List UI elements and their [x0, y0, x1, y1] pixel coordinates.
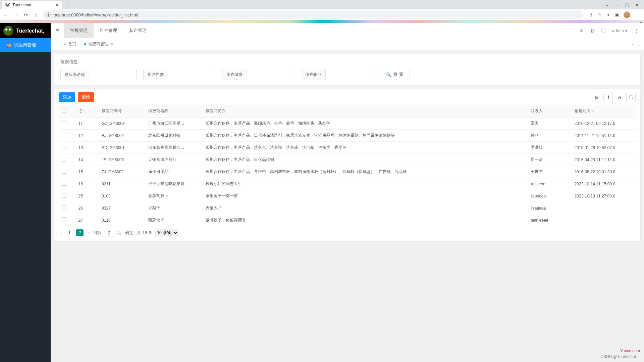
menu-item-other[interactable]: 其它管理	[123, 23, 153, 38]
table-row: 13SD_GYS001山东豪克华光联合…长期合作伙伴，主营产品：洗衣皂、洗衣粉、…	[59, 142, 636, 154]
address-bar[interactable]: ⓘ localhost:8080/hello#//web/provider_li…	[43, 10, 583, 19]
minimize-icon[interactable]: —	[615, 2, 619, 7]
tab-home[interactable]: 首页	[60, 40, 80, 49]
cell-id: 12	[76, 130, 99, 142]
table-row: 14JS_GYS003无锡喜源坤商行长期合作伙伴，主营产品：日化品批销周一清20…	[59, 154, 636, 166]
maximize-icon[interactable]: ▢	[625, 2, 629, 7]
row-checkbox[interactable]	[62, 169, 66, 174]
row-checkbox[interactable]	[62, 193, 66, 198]
th-time: 创建时间	[575, 108, 591, 113]
cell-number: 0116	[99, 214, 145, 226]
help-icon[interactable]: ⓘ	[626, 93, 636, 102]
back-icon[interactable]: ←	[3, 12, 9, 17]
tab-provider[interactable]: 供应商管理 ✕	[80, 40, 118, 49]
close-icon[interactable]: ✕	[55, 3, 59, 7]
row-checkbox[interactable]	[62, 157, 66, 162]
provider-name-input[interactable]	[89, 69, 136, 80]
job-input[interactable]	[326, 69, 373, 80]
per-page-select[interactable]: 10 条/页	[155, 229, 178, 236]
page-next-icon[interactable]: ›	[86, 230, 90, 235]
page-prev-icon[interactable]: ‹	[59, 230, 63, 235]
sidebar: Tuerlechat, 🚚 供应商管理	[0, 23, 51, 362]
cell-number: JS_GYS003	[99, 154, 145, 166]
city-input[interactable]	[247, 69, 294, 80]
reload-icon[interactable]: ⟳	[23, 12, 29, 17]
cell-desc: 猫牌饺子，你值得拥有	[203, 214, 528, 226]
menu-item-component[interactable]: 组件管理	[94, 23, 123, 38]
field-label: 供应商名称	[61, 69, 89, 80]
share-icon[interactable]: ⇪	[589, 12, 593, 17]
cell-id: 15	[76, 166, 99, 178]
bookmarks-chevron-icon[interactable]: »	[640, 20, 642, 25]
row-checkbox[interactable]	[62, 205, 66, 210]
panel-icon[interactable]: ▣	[615, 12, 619, 17]
sort-icon[interactable]: ⇅	[83, 109, 86, 113]
cell-name: 北京隆盛日化科技	[146, 130, 203, 142]
sidebar-item-provider[interactable]: 🚚 供应商管理	[0, 38, 51, 52]
cell-name: 乐摆日用品厂	[146, 166, 203, 178]
table-row: 12BJ_GYS004北京隆盛日化科技长期合作伙伴，主营产品：日化环保清洗剂，家…	[59, 130, 636, 142]
cell-time	[572, 214, 636, 226]
extensions-icon[interactable]: ✦	[606, 12, 610, 17]
truck-icon: 🚚	[6, 43, 11, 48]
goto-label: 到第	[93, 230, 101, 236]
tabs-dropdown-icon[interactable]: ⌄	[636, 42, 640, 47]
cell-contact: jennieeee	[528, 214, 572, 226]
hamburger-icon[interactable]: ☰	[51, 28, 64, 33]
row-checkbox[interactable]	[62, 133, 66, 137]
refresh-icon[interactable]: ⟳	[580, 28, 583, 33]
cell-id: 11	[76, 118, 99, 130]
print-icon[interactable]: 🖨	[615, 93, 624, 102]
cell-time: 2022-10-13 11:27:00.0	[572, 190, 636, 202]
trash-icon[interactable]: 🗑	[590, 28, 594, 33]
select-all-checkbox[interactable]	[62, 108, 66, 113]
table-toolbar: 添加 删除 ⊞ ⬇ 🖨 ⓘ	[59, 92, 636, 102]
page-2[interactable]: 2	[76, 229, 84, 236]
cell-number: GZ_GYS003	[99, 118, 145, 130]
row-checkbox[interactable]	[62, 181, 66, 186]
watermark: Yuucn.com CSDN @Tuerlechat，	[600, 349, 640, 360]
favicon-icon: 🐼	[5, 2, 10, 8]
page-1[interactable]: 1	[66, 229, 73, 236]
export-icon[interactable]: ⬇	[603, 93, 613, 102]
star-icon[interactable]: ☆	[598, 12, 602, 17]
tabs-next-icon[interactable]: ›	[632, 42, 633, 47]
close-tab-icon[interactable]: ✕	[110, 42, 114, 47]
forward-icon[interactable]: →	[13, 12, 19, 17]
cell-name: 平平无奇贪吃花栗鼠	[146, 178, 203, 190]
tabs-prev-icon[interactable]: ‹	[55, 42, 60, 47]
avatar-icon[interactable]	[624, 11, 630, 18]
close-window-icon[interactable]: ✕	[635, 2, 639, 7]
watermark-line1: Yuucn.com	[600, 349, 640, 353]
cell-name: 广州市白云区美星…	[146, 118, 203, 130]
browser-tab[interactable]: 🐼 Tuerlechat, ✕	[2, 1, 62, 9]
row-checkbox[interactable]	[62, 145, 66, 149]
menu-item-general[interactable]: 常规管理	[64, 23, 94, 38]
browser-tab-bar: 🐼 Tuerlechat, ✕ + ⌄ — ▢ ✕	[0, 0, 644, 9]
more-icon[interactable]: ⋮	[634, 28, 639, 33]
chevron-down-icon[interactable]: ⌄	[605, 2, 609, 7]
cell-desc: 长期合作伙伴，主营产品：日化环保清洗剂，家居洗涤专卖、洗涤用品网、墙体除霉剂、墙…	[203, 130, 528, 142]
cell-time: 2016-04-23 11:11:11.0	[572, 154, 636, 166]
page-input[interactable]	[104, 229, 114, 236]
columns-icon[interactable]: ⊞	[592, 93, 601, 102]
delete-button[interactable]: 删除	[78, 92, 94, 102]
row-checkbox[interactable]	[62, 121, 66, 125]
home-icon[interactable]: ⌂	[33, 12, 39, 17]
watermark-line2: CSDN @Tuerlechat，	[600, 354, 640, 359]
page-confirm-button[interactable]: 确定	[124, 230, 135, 236]
row-checkbox[interactable]	[62, 217, 66, 222]
search-button[interactable]: 🔍 搜 索	[380, 69, 410, 80]
user-menu[interactable]: admin ▾	[612, 28, 628, 33]
cell-contact: lisaaaaa	[528, 202, 572, 214]
browser-nav-bar: ← → ⟳ ⌂ ⓘ localhost:8080/hello#//web/pro…	[0, 9, 644, 20]
cell-desc: 长期合作伙伴，主营产品：海绵床垫、坐垫、靠垫、海绵枕头、头枕等	[203, 118, 528, 130]
add-button[interactable]: 添加	[59, 92, 75, 102]
sort-icon[interactable]: ⇅	[591, 109, 594, 113]
gender-input[interactable]	[168, 69, 215, 80]
menu-icon[interactable]: ⋮	[635, 12, 639, 17]
fullscreen-icon[interactable]: ⛶	[601, 28, 605, 33]
cell-number: ZJ_GYS002	[99, 166, 145, 178]
cell-desc: 长期合作伙伴，主营产品：各种中、高档塑料杯，塑料乐扣水杯（密封杯）、保鲜杯（保鲜…	[203, 166, 528, 178]
new-tab-button[interactable]: +	[65, 1, 71, 8]
